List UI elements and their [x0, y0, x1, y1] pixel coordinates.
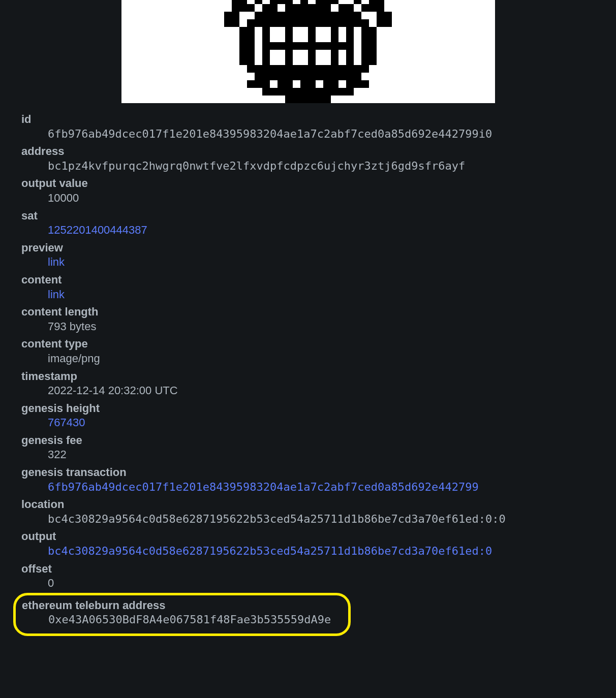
svg-rect-34: [278, 80, 293, 88]
inscription-image: [121, 0, 495, 103]
value-offset: 0: [48, 576, 595, 591]
svg-rect-13: [224, 12, 239, 27]
svg-rect-36: [323, 80, 338, 88]
svg-rect-4: [300, 0, 308, 4]
label-content-length: content length: [21, 305, 595, 320]
link-genesis-transaction[interactable]: 6fb976ab49dcec017f1e201e84395983204ae1a7…: [48, 481, 479, 493]
svg-rect-25: [262, 27, 270, 65]
label-location: location: [21, 497, 595, 512]
highlight-ethereum-teleburn: ethereum teleburn address 0xe43A06530BdF…: [13, 593, 351, 636]
svg-rect-5: [316, 0, 338, 4]
svg-rect-30: [270, 42, 346, 50]
label-content-type: content type: [21, 337, 595, 352]
svg-rect-3: [270, 0, 293, 4]
label-genesis-height: genesis height: [21, 401, 595, 416]
svg-rect-10: [285, 4, 331, 12]
label-genesis-fee: genesis fee: [21, 433, 595, 448]
link-preview[interactable]: link: [48, 256, 65, 268]
svg-rect-21: [354, 65, 369, 73]
svg-rect-15: [255, 12, 361, 19]
svg-rect-16: [247, 19, 262, 27]
label-genesis-transaction: genesis transaction: [21, 465, 595, 480]
link-content[interactable]: link: [48, 288, 65, 301]
value-ethereum-teleburn-address: 0xe43A06530BdF8A4e067581f48Fae3b535559dA…: [48, 613, 342, 627]
svg-rect-7: [369, 0, 384, 4]
svg-rect-14: [377, 12, 392, 27]
label-offset: offset: [21, 562, 595, 577]
label-address: address: [21, 144, 595, 159]
label-output: output: [21, 529, 595, 544]
label-id: id: [21, 112, 595, 127]
value-address: bc1pz4kvfpurqc2hwgrq0nwtfve2lfxvdpfcdpzc…: [48, 159, 595, 174]
value-content-type: image/png: [48, 352, 595, 366]
value-genesis-fee: 322: [48, 448, 595, 462]
svg-rect-12: [361, 4, 384, 12]
svg-rect-17: [354, 19, 369, 27]
label-ethereum-teleburn-address: ethereum teleburn address: [22, 598, 342, 613]
value-output-value: 10000: [48, 191, 595, 206]
svg-rect-8: [232, 4, 255, 12]
svg-rect-22: [255, 73, 361, 80]
label-timestamp: timestamp: [21, 369, 595, 384]
svg-rect-9: [262, 4, 278, 12]
link-genesis-height[interactable]: 767430: [48, 416, 85, 429]
svg-rect-26: [346, 27, 354, 65]
pixel-art-icon: [217, 0, 399, 103]
value-id: 6fb976ab49dcec017f1e201e84395983204ae1a7…: [48, 127, 595, 142]
value-location: bc4c30829a9564c0d58e6287195622b53ced54a2…: [48, 512, 595, 527]
svg-rect-2: [255, 0, 262, 4]
label-content: content: [21, 273, 595, 288]
svg-rect-35: [300, 80, 316, 88]
svg-rect-6: [354, 0, 361, 4]
link-output[interactable]: bc4c30829a9564c0d58e6287195622b53ced54a2…: [48, 545, 492, 557]
value-content-length: 793 bytes: [48, 320, 595, 334]
details-list: id 6fb976ab49dcec017f1e201e84395983204ae…: [21, 112, 595, 636]
label-preview: preview: [21, 241, 595, 256]
label-output-value: output value: [21, 176, 595, 191]
label-sat: sat: [21, 209, 595, 224]
svg-rect-20: [247, 65, 262, 73]
svg-rect-18: [239, 27, 255, 65]
svg-rect-19: [361, 27, 377, 65]
link-sat[interactable]: 1252201400444387: [48, 224, 147, 236]
svg-rect-33: [262, 88, 354, 96]
svg-rect-23: [262, 19, 354, 27]
value-timestamp: 2022-12-14 20:32:00 UTC: [48, 384, 595, 398]
svg-rect-1: [232, 0, 247, 4]
svg-rect-32: [346, 80, 369, 88]
svg-rect-31: [247, 80, 270, 88]
svg-rect-11: [338, 4, 354, 12]
svg-rect-24: [262, 65, 354, 73]
svg-rect-37: [285, 96, 331, 103]
